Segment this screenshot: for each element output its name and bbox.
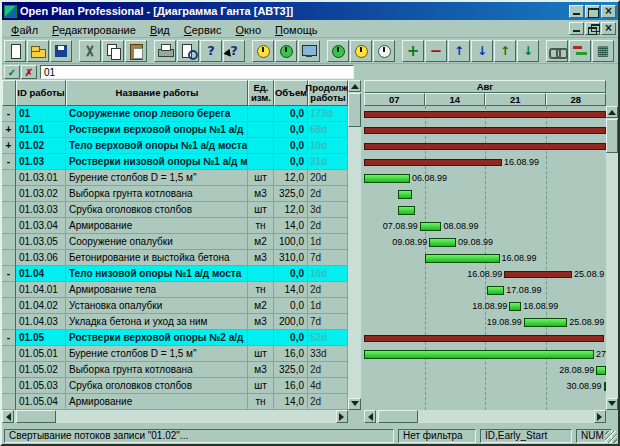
collapse-button[interactable]: -: [2, 154, 16, 170]
close-button[interactable]: [601, 5, 616, 18]
scrollbar-thumb[interactable]: [16, 410, 56, 423]
table-row[interactable]: 01.03.01Бурение столбов D = 1,5 м"шт12,0…: [2, 170, 348, 186]
baseline-dates-button[interactable]: [327, 40, 349, 62]
task-bar[interactable]: [425, 254, 500, 263]
summary-bar[interactable]: [364, 143, 606, 150]
scroll-up-button[interactable]: [348, 80, 361, 92]
accept-edit-button[interactable]: ✓: [4, 65, 20, 79]
table-row[interactable]: 01.05.01Бурение столбов D = 1,5 м"шт16,0…: [2, 346, 348, 362]
scrollbar-thumb[interactable]: [378, 410, 418, 423]
table-row[interactable]: 01.05.03Срубка оголовков столбовшт16,04d: [2, 378, 348, 394]
collapse-button[interactable]: -: [2, 106, 16, 122]
task-bar[interactable]: [364, 350, 594, 359]
help-button[interactable]: ?: [200, 40, 222, 62]
table-row[interactable]: 01.05.02Выборка грунта котлованам3325,02…: [2, 362, 348, 378]
scroll-down-button[interactable]: [348, 398, 361, 410]
move-down-button[interactable]: ↓: [471, 40, 493, 62]
task-bar[interactable]: [487, 286, 504, 295]
table-row[interactable]: -01.03Ростверки низовой опоры №1 а/д м0,…: [2, 154, 348, 170]
menu-item-edit[interactable]: Редактирование: [45, 23, 143, 37]
task-bar[interactable]: [509, 302, 521, 311]
volume-column-header[interactable]: Объем: [274, 80, 308, 106]
scroll-down-button[interactable]: [606, 398, 618, 410]
edit-input[interactable]: [40, 65, 354, 79]
copy-button[interactable]: [102, 40, 124, 62]
child-restore-button[interactable]: [585, 22, 600, 35]
task-bar[interactable]: [398, 206, 415, 215]
cancel-edit-button[interactable]: ✗: [21, 65, 37, 79]
table-row[interactable]: +01.01Ростверки верховой опоры №1 а/д0,0…: [2, 122, 348, 138]
context-help-button[interactable]: ?: [223, 40, 245, 62]
summary-bar[interactable]: [504, 271, 572, 278]
scroll-right-button[interactable]: [336, 410, 348, 423]
add-activity-button[interactable]: +: [402, 40, 424, 62]
new-file-button[interactable]: [4, 40, 26, 62]
task-bar[interactable]: [524, 318, 568, 327]
child-close-button[interactable]: [601, 22, 616, 35]
child-minimize-button[interactable]: [569, 22, 584, 35]
save-file-button[interactable]: [50, 40, 72, 62]
table-row[interactable]: 01.04.03Укладка бетона и уход за нимм320…: [2, 314, 348, 330]
gantt-vertical-scrollbar[interactable]: [606, 80, 618, 410]
scroll-left-button[interactable]: [2, 410, 14, 423]
delete-activity-button[interactable]: −: [425, 40, 447, 62]
target-dates-button[interactable]: [373, 40, 395, 62]
table-row[interactable]: +01.02Тело верховой опоры №1 а/д моста0,…: [2, 138, 348, 154]
table-row[interactable]: 01.03.02Выборка грунта котлованам3325,02…: [2, 186, 348, 202]
move-up-button[interactable]: ↑: [448, 40, 470, 62]
name-column-header[interactable]: Название работы: [66, 80, 248, 106]
menu-item-help[interactable]: Помощь: [268, 23, 325, 37]
table-row[interactable]: 01.04.02Установка опалубким20,01d: [2, 298, 348, 314]
table-horizontal-scrollbar[interactable]: [2, 410, 348, 423]
table-row[interactable]: -01.05Ростверки верховой опоры №2 а/д0,0…: [2, 330, 348, 346]
collapse-button[interactable]: -: [2, 330, 16, 346]
table-row[interactable]: 01.03.03Срубка оголовков столбовшт12,03d: [2, 202, 348, 218]
scroll-up-button[interactable]: [606, 106, 618, 118]
minimize-button[interactable]: [569, 5, 584, 18]
resource-scheduling-button[interactable]: [275, 40, 297, 62]
id-column-header[interactable]: ID работы: [16, 80, 66, 106]
table-row[interactable]: 01.03.05Сооружение опалубким2100,01d: [2, 234, 348, 250]
gantt-horizontal-scrollbar[interactable]: [364, 410, 606, 423]
gantt-view-button[interactable]: [569, 40, 591, 62]
resize-grip[interactable]: [605, 431, 617, 443]
paste-button[interactable]: [125, 40, 147, 62]
task-bar[interactable]: [604, 382, 606, 391]
spreadsheet-view-button[interactable]: ▦: [592, 40, 614, 62]
summary-bar[interactable]: [364, 335, 604, 342]
scroll-right-button[interactable]: [594, 410, 606, 423]
unit-column-header[interactable]: Ед. изм.: [248, 80, 274, 106]
summary-bar[interactable]: [364, 127, 606, 134]
menu-item-file[interactable]: Файл: [4, 23, 45, 37]
scroll-left-button[interactable]: [364, 410, 376, 423]
collapse-all-button[interactable]: ↓: [517, 40, 539, 62]
maximize-button[interactable]: [585, 5, 600, 18]
task-bar[interactable]: [420, 222, 442, 231]
menu-item-window[interactable]: Окно: [228, 23, 268, 37]
risk-analysis-button[interactable]: [298, 40, 320, 62]
table-vertical-scrollbar[interactable]: [348, 80, 361, 410]
summary-bar[interactable]: [364, 159, 502, 166]
table-row[interactable]: -01Сооружение опор левого берега0,0173d: [2, 106, 348, 122]
print-preview-button[interactable]: [177, 40, 199, 62]
table-row[interactable]: 01.03.06Бетонирование и выстойка бетонам…: [2, 250, 348, 266]
print-button[interactable]: [154, 40, 176, 62]
table-row[interactable]: 01.03.04Армированиетн14,02d: [2, 218, 348, 234]
scrollbar-thumb[interactable]: [606, 119, 618, 153]
link-activities-button[interactable]: [546, 40, 568, 62]
actual-dates-button[interactable]: [350, 40, 372, 62]
task-bar[interactable]: [596, 366, 606, 375]
task-bar[interactable]: [398, 190, 413, 199]
table-row[interactable]: 01.04.01Армирование телатн14,02d: [2, 282, 348, 298]
task-bar[interactable]: [429, 238, 456, 247]
menu-item-service[interactable]: Сервис: [177, 23, 229, 37]
time-analysis-button[interactable]: [252, 40, 274, 62]
table-row[interactable]: -01.04Тело низовой опоры №1 а/д моста0,0…: [2, 266, 348, 282]
open-file-button[interactable]: [27, 40, 49, 62]
summary-bar[interactable]: [364, 111, 606, 118]
table-row[interactable]: 01.05.04Армированиетн14,02d: [2, 394, 348, 410]
scrollbar-thumb[interactable]: [348, 93, 361, 127]
menu-item-view[interactable]: Вид: [143, 23, 177, 37]
duration-column-header[interactable]: Продолж. работы: [308, 80, 348, 106]
cut-button[interactable]: [79, 40, 101, 62]
